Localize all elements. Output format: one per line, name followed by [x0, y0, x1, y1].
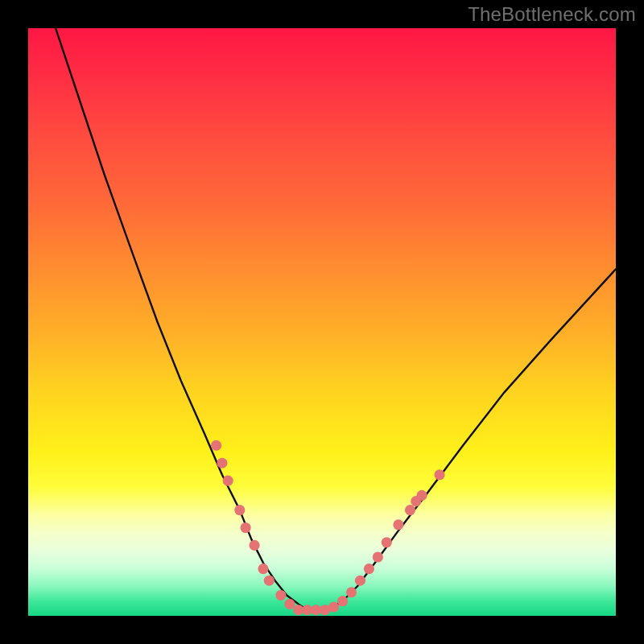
sample-dot [364, 564, 374, 574]
chart-plot-area [28, 28, 616, 616]
sample-dot [355, 576, 365, 586]
sample-dot [337, 596, 348, 606]
sample-dot [223, 476, 233, 486]
sample-dot [284, 599, 295, 609]
sample-dot [328, 601, 339, 612]
sample-dot [382, 537, 392, 547]
sample-dot [275, 590, 286, 601]
chart-svg [28, 28, 616, 616]
sample-dot [346, 587, 357, 597]
watermark-text: TheBottleneck.com [468, 3, 636, 26]
sample-dot [211, 440, 221, 451]
sample-dot [264, 576, 275, 586]
sample-dot [241, 522, 251, 533]
sample-dot [434, 469, 444, 480]
sample-dot [373, 551, 383, 562]
sample-dot [217, 458, 227, 469]
sample-dot [393, 519, 403, 530]
sample-dots [211, 440, 445, 616]
sample-dot [258, 564, 268, 574]
bottleneck-curve-path [46, 28, 616, 613]
sample-dot [249, 540, 259, 551]
sample-dot [417, 490, 427, 501]
sample-dot [234, 505, 245, 515]
sample-dot [405, 505, 415, 515]
bottleneck-curve [46, 28, 616, 613]
